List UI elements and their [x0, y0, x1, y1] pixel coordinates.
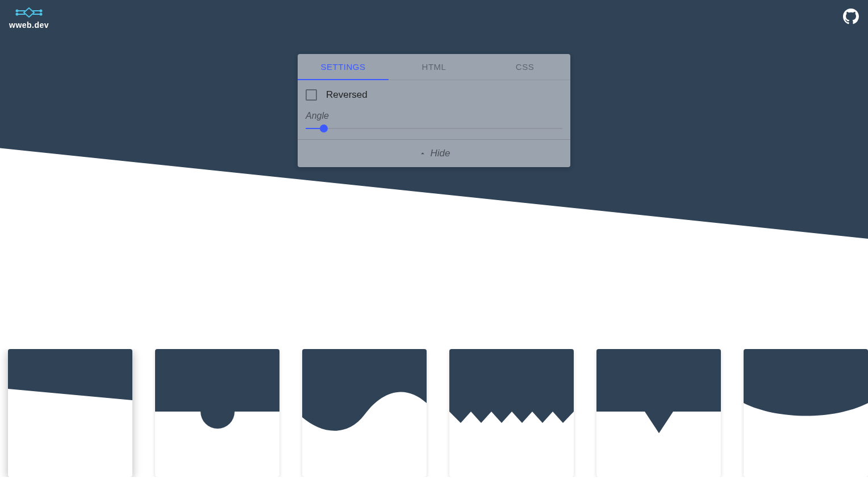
reversed-label: Reversed	[326, 89, 368, 101]
thumb-curve[interactable]	[744, 349, 868, 477]
thumb-semi-circle[interactable]	[155, 349, 279, 477]
svg-point-7	[40, 14, 42, 15]
hide-panel-button[interactable]: Hide	[298, 139, 570, 167]
tab-html[interactable]: HTML	[389, 54, 479, 80]
thumb-zigzag[interactable]	[449, 349, 574, 477]
brand-logo[interactable]: wweb.dev	[9, 6, 49, 30]
settings-panel: SETTINGS HTML CSS Reversed Angle Hide	[298, 54, 570, 167]
panel-body: Reversed Angle	[298, 80, 570, 139]
thumb-triangle[interactable]	[596, 349, 721, 477]
angle-label: Angle	[306, 111, 562, 121]
tabs: SETTINGS HTML CSS	[298, 54, 570, 80]
reversed-option: Reversed	[306, 89, 562, 101]
separator-thumbnails	[0, 349, 868, 477]
brand-name: wweb.dev	[9, 20, 49, 30]
chevron-up-icon	[418, 149, 427, 158]
header: wweb.dev	[0, 0, 868, 35]
svg-point-4	[16, 10, 18, 12]
svg-marker-8	[8, 349, 132, 400]
svg-point-5	[16, 14, 18, 15]
hide-label: Hide	[431, 148, 450, 159]
thumb-skew[interactable]	[8, 349, 132, 477]
thumb-wave[interactable]	[302, 349, 427, 477]
svg-point-6	[40, 10, 42, 12]
angle-slider[interactable]	[306, 128, 562, 129]
slider-thumb[interactable]	[320, 124, 328, 132]
github-link[interactable]	[843, 9, 859, 27]
reversed-checkbox[interactable]	[306, 89, 317, 101]
tab-settings[interactable]: SETTINGS	[298, 54, 389, 80]
logo-icon	[12, 6, 45, 19]
github-icon	[843, 9, 859, 24]
tab-css[interactable]: CSS	[479, 54, 570, 80]
